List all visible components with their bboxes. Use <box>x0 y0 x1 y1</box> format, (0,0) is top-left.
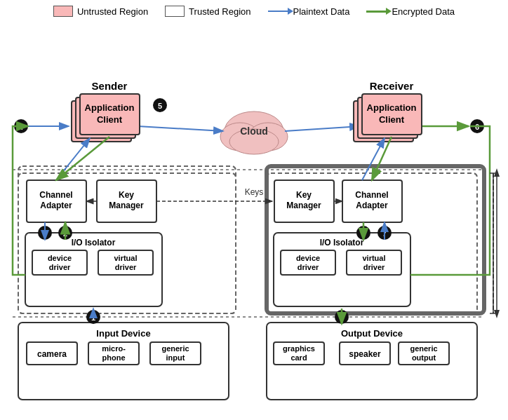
svg-text:Cloud: Cloud <box>240 126 268 137</box>
svg-rect-26 <box>18 173 236 313</box>
svg-text:Output Device: Output Device <box>341 328 403 339</box>
svg-text:5: 5 <box>158 102 162 110</box>
svg-text:Client: Client <box>97 114 123 125</box>
svg-rect-44 <box>25 233 162 306</box>
svg-point-18 <box>153 98 167 112</box>
svg-rect-28 <box>27 180 86 222</box>
svg-rect-46 <box>32 250 87 275</box>
svg-rect-1 <box>267 166 484 313</box>
legend-plaintext-label: Plaintext Data <box>293 6 350 17</box>
svg-point-9 <box>229 129 279 154</box>
svg-rect-57 <box>347 250 401 275</box>
svg-marker-4 <box>494 168 500 177</box>
svg-text:Manager: Manager <box>286 201 321 210</box>
full-diagram: Cloud 4 <box>6 22 502 407</box>
svg-marker-5 <box>494 310 500 318</box>
svg-line-21 <box>285 126 359 131</box>
svg-text:Sender: Sender <box>92 80 128 92</box>
svg-text:Application: Application <box>367 102 417 113</box>
arrows-svg: Cloud 4 <box>6 22 502 407</box>
legend: Untrusted Region Trusted Region Plaintex… <box>6 6 502 17</box>
svg-text:input: input <box>166 353 185 362</box>
svg-text:3: 3 <box>43 229 47 238</box>
svg-text:Receiver: Receiver <box>370 80 414 92</box>
legend-untrusted-box <box>53 6 73 17</box>
svg-rect-65 <box>88 342 139 365</box>
svg-rect-63 <box>27 342 77 365</box>
legend-encrypted-arrow <box>366 11 387 13</box>
svg-text:generic: generic <box>410 344 437 353</box>
svg-rect-81 <box>72 101 131 142</box>
svg-text:1: 1 <box>91 313 95 322</box>
svg-text:Channel: Channel <box>39 190 72 200</box>
legend-trusted-label: Trusted Region <box>189 6 250 17</box>
svg-text:device: device <box>48 254 72 262</box>
svg-text:Key: Key <box>119 190 134 200</box>
svg-line-108 <box>56 138 90 180</box>
svg-text:Application: Application <box>85 102 135 113</box>
legend-untrusted-label: Untrusted Region <box>77 6 148 17</box>
svg-rect-68 <box>150 342 201 365</box>
svg-text:6: 6 <box>475 123 479 131</box>
svg-point-7 <box>220 123 260 151</box>
svg-rect-27 <box>267 173 477 313</box>
svg-text:device: device <box>296 254 320 262</box>
svg-rect-83 <box>80 94 140 135</box>
legend-encrypted-label: Encrypted Data <box>392 6 455 17</box>
svg-text:8: 8 <box>361 229 366 238</box>
legend-untrusted: Untrusted Region <box>53 6 148 17</box>
svg-line-20 <box>138 126 223 131</box>
svg-text:Client: Client <box>379 114 405 125</box>
svg-rect-52 <box>274 233 410 306</box>
svg-point-11 <box>14 119 28 133</box>
svg-text:2: 2 <box>63 229 67 238</box>
svg-rect-37 <box>274 180 334 222</box>
svg-text:Key: Key <box>296 190 312 200</box>
svg-text:virtual: virtual <box>114 254 137 262</box>
svg-text:speaker: speaker <box>349 349 381 359</box>
svg-line-109 <box>56 137 109 180</box>
svg-text:Manager: Manager <box>109 201 144 210</box>
svg-text:Adapter: Adapter <box>40 201 72 210</box>
svg-text:driver: driver <box>298 263 319 271</box>
svg-point-93 <box>38 226 52 240</box>
svg-text:driver: driver <box>363 263 385 271</box>
svg-rect-88 <box>362 94 422 135</box>
legend-trusted-box <box>165 6 185 17</box>
svg-text:card: card <box>290 353 307 362</box>
svg-point-95 <box>58 226 72 240</box>
legend-plaintext: Plaintext Data <box>268 6 350 17</box>
svg-text:mTunnel: mTunnel <box>500 228 502 266</box>
svg-point-6 <box>225 111 283 151</box>
svg-text:Adapter: Adapter <box>356 201 388 210</box>
svg-line-113 <box>372 137 392 180</box>
svg-text:driver: driver <box>115 263 137 271</box>
svg-text:generic: generic <box>161 344 189 353</box>
svg-rect-71 <box>267 323 477 400</box>
svg-text:micro-: micro- <box>102 344 126 353</box>
svg-text:Input Device: Input Device <box>96 328 150 339</box>
diagram-container: Untrusted Region Trusted Region Plaintex… <box>0 0 508 420</box>
svg-text:phone: phone <box>102 353 126 362</box>
svg-rect-49 <box>98 250 153 275</box>
svg-point-97 <box>356 226 370 240</box>
svg-point-99 <box>377 226 392 240</box>
legend-trusted: Trusted Region <box>165 6 250 17</box>
svg-rect-73 <box>274 342 324 365</box>
svg-rect-76 <box>340 342 390 365</box>
svg-text:virtual: virtual <box>362 254 385 262</box>
svg-rect-31 <box>97 180 156 222</box>
svg-rect-82 <box>76 97 135 138</box>
svg-point-22 <box>470 119 484 133</box>
legend-plaintext-arrow <box>268 11 289 12</box>
svg-rect-54 <box>281 250 335 275</box>
svg-text:Channel: Channel <box>355 190 388 200</box>
svg-line-114 <box>362 138 385 180</box>
svg-text:I/O Isolator: I/O Isolator <box>72 238 116 248</box>
svg-text:output: output <box>412 353 436 362</box>
svg-text:4: 4 <box>19 123 24 131</box>
svg-text:I/O Isolator: I/O Isolator <box>320 238 364 248</box>
svg-point-103 <box>335 310 349 324</box>
svg-rect-40 <box>342 180 402 222</box>
svg-text:graphics: graphics <box>283 344 315 353</box>
